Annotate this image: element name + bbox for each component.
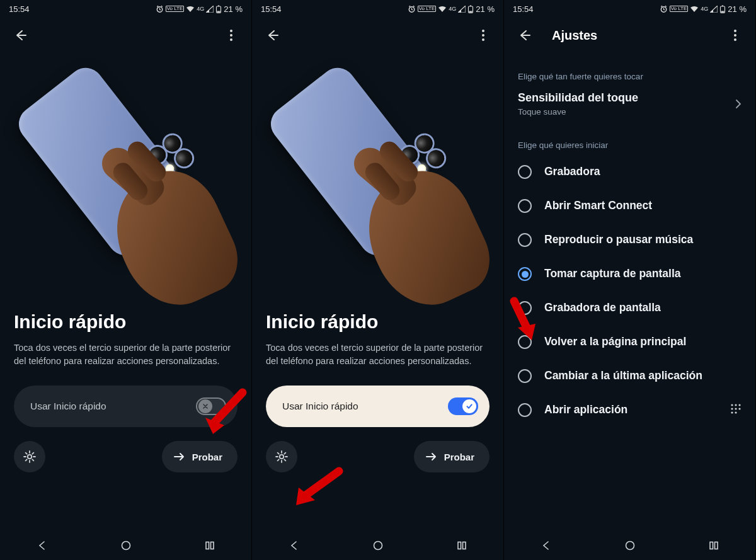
alarm-icon xyxy=(156,5,164,13)
radio-option[interactable]: Cambiar a la última aplicación xyxy=(504,359,755,393)
settings-button[interactable] xyxy=(266,441,297,472)
try-button-label: Probar xyxy=(192,452,222,462)
quick-launch-toggle-row[interactable]: Usar Inicio rápido xyxy=(266,386,490,427)
quick-launch-toggle-row[interactable]: Usar Inicio rápido xyxy=(14,386,238,427)
wifi-icon xyxy=(690,6,699,13)
sensitivity-title: Sensibilidad del toque xyxy=(518,91,735,105)
wifi-icon xyxy=(438,6,447,13)
svg-point-15 xyxy=(482,30,484,32)
volte-badge: Vo LTE xyxy=(670,6,689,12)
nav-recents-icon[interactable] xyxy=(456,540,467,551)
radio-indicator[interactable] xyxy=(518,165,532,179)
settings-body: Elige qué tan fuerte quieres tocar Sensi… xyxy=(504,53,755,427)
status-time: 15:54 xyxy=(513,4,534,14)
svg-point-32 xyxy=(731,408,733,409)
hero-illustration xyxy=(0,53,251,305)
screen-quick-launch-on: 15:54 Vo LTE 4G 21 % xyxy=(252,0,504,560)
app-bar xyxy=(0,18,251,53)
svg-point-6 xyxy=(230,38,232,41)
svg-point-36 xyxy=(735,411,736,413)
overflow-menu[interactable] xyxy=(219,23,244,48)
bottom-actions: Probar xyxy=(14,441,238,472)
radio-indicator[interactable] xyxy=(518,233,532,247)
content-area: Inicio rápido Toca dos veces el tercio s… xyxy=(252,305,503,368)
back-button[interactable] xyxy=(512,23,537,48)
status-time: 15:54 xyxy=(261,4,282,14)
radio-indicator[interactable] xyxy=(518,301,532,315)
try-button[interactable]: Probar xyxy=(414,441,490,472)
radio-indicator[interactable] xyxy=(518,403,532,417)
nav-recents-icon[interactable] xyxy=(708,540,719,551)
svg-point-33 xyxy=(735,408,736,409)
radio-option[interactable]: Abrir aplicación xyxy=(504,393,755,427)
radio-label: Volver a la página principal xyxy=(544,335,742,349)
sensitivity-value: Toque suave xyxy=(518,107,735,117)
back-button[interactable] xyxy=(260,23,285,48)
nav-back-icon[interactable] xyxy=(37,540,48,551)
screen-quick-launch-off: 15:54 Vo LTE 4G 21 % xyxy=(0,0,252,560)
settings-button[interactable] xyxy=(14,441,45,472)
volte-badge: Vo LTE xyxy=(166,6,185,12)
battery-icon xyxy=(467,5,474,13)
nav-home-icon[interactable] xyxy=(120,540,132,551)
radio-option[interactable]: Volver a la página principal xyxy=(504,325,755,359)
radio-indicator[interactable] xyxy=(518,267,532,281)
sensitivity-row[interactable]: Sensibilidad del toque Toque suave xyxy=(504,86,755,127)
radio-label: Cambiar a la última aplicación xyxy=(544,369,742,383)
radio-option[interactable]: Tomar captura de pantalla xyxy=(504,257,755,291)
try-button[interactable]: Probar xyxy=(162,441,238,472)
system-nav-bar xyxy=(504,531,755,560)
radio-indicator[interactable] xyxy=(518,335,532,349)
system-nav-bar xyxy=(0,531,251,560)
hero-illustration xyxy=(252,53,503,305)
radio-option[interactable]: Grabadora de pantalla xyxy=(504,291,755,325)
alarm-icon xyxy=(408,5,416,13)
nav-home-icon[interactable] xyxy=(624,540,636,551)
svg-rect-14 xyxy=(469,11,472,12)
system-nav-bar xyxy=(252,531,503,560)
screen-settings: 15:54 Vo LTE 4G 21 % Ajustes Elige qué t… xyxy=(504,0,756,560)
status-indicators: Vo LTE 4G 21 % xyxy=(660,4,747,14)
nav-home-icon[interactable] xyxy=(372,540,384,551)
radio-label: Reproducir o pausar música xyxy=(544,233,742,247)
radio-indicator[interactable] xyxy=(518,369,532,383)
svg-rect-2 xyxy=(218,5,219,6)
arrow-right-icon xyxy=(173,452,186,462)
status-time: 15:54 xyxy=(9,4,30,14)
annotation-arrow xyxy=(290,466,346,510)
status-indicators: Vo LTE 4G 21 % xyxy=(156,4,243,14)
try-button-label: Probar xyxy=(444,452,474,462)
radio-option[interactable]: Abrir Smart Connect xyxy=(504,189,755,223)
svg-rect-9 xyxy=(206,542,209,549)
more-vert-icon xyxy=(482,30,484,41)
apps-grid-icon[interactable] xyxy=(730,403,742,417)
quick-launch-switch[interactable] xyxy=(448,397,478,415)
radio-indicator[interactable] xyxy=(518,199,532,213)
nav-recents-icon[interactable] xyxy=(204,540,215,551)
quick-launch-switch[interactable] xyxy=(196,397,226,415)
radio-label: Tomar captura de pantalla xyxy=(544,267,742,281)
chevron-right-icon xyxy=(735,99,742,109)
volte-badge: Vo LTE xyxy=(418,6,437,12)
bottom-actions: Probar xyxy=(266,441,490,472)
more-vert-icon xyxy=(734,30,736,41)
content-area: Inicio rápido Toca dos veces el tercio s… xyxy=(0,305,251,368)
svg-point-28 xyxy=(734,38,736,41)
signal-icon xyxy=(458,6,466,13)
svg-point-18 xyxy=(280,455,284,459)
nav-back-icon[interactable] xyxy=(541,540,552,551)
radio-option[interactable]: Reproducir o pausar música xyxy=(504,223,755,257)
nav-back-icon[interactable] xyxy=(289,540,300,551)
svg-point-30 xyxy=(735,404,736,406)
overflow-menu[interactable] xyxy=(723,23,748,48)
svg-rect-13 xyxy=(470,5,471,6)
svg-point-19 xyxy=(374,542,382,550)
radio-label: Abrir Smart Connect xyxy=(544,199,742,213)
svg-point-34 xyxy=(738,408,740,409)
radio-option[interactable]: Grabadora xyxy=(504,155,755,189)
back-button[interactable] xyxy=(8,23,33,48)
svg-point-16 xyxy=(482,34,484,37)
overflow-menu[interactable] xyxy=(471,23,496,48)
page-title: Inicio rápido xyxy=(14,311,238,333)
battery-icon xyxy=(719,5,726,13)
